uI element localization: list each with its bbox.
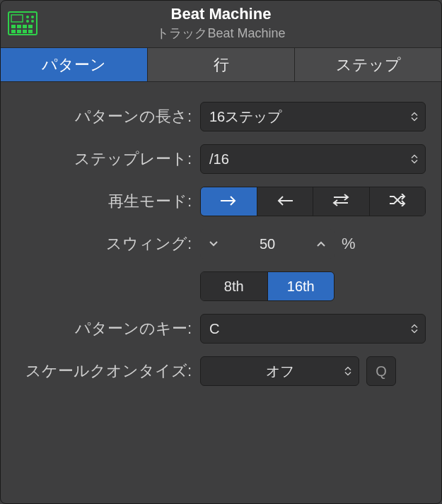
arrow-left-icon [276, 194, 294, 210]
select-scale-quantize[interactable]: オフ [200, 356, 359, 386]
play-mode-forward-button[interactable] [201, 187, 257, 216]
tab-bar: パターン 行 ステップ [1, 48, 441, 82]
row-play-mode: 再生モード: [16, 187, 426, 216]
header: Beat Machine トラックBeat Machine [1, 1, 441, 48]
tab-row[interactable]: 行 [148, 48, 295, 81]
arrow-right-icon [219, 194, 238, 210]
select-step-rate-value: /16 [209, 151, 229, 168]
play-mode-pingpong-button[interactable] [313, 187, 370, 216]
label-play-mode: 再生モード: [16, 191, 200, 212]
stepper-swing[interactable]: 50 [200, 229, 335, 259]
play-mode-reverse-button[interactable] [257, 187, 314, 216]
row-step-rate: ステップレート: /16 [16, 144, 426, 174]
label-scale-quantize: スケールクオンタイズ: [16, 361, 200, 382]
drum-machine-icon [8, 8, 37, 38]
svg-rect-6 [11, 25, 16, 28]
select-pattern-length-value: 16ステップ [209, 107, 281, 127]
row-pattern-length: パターンの長さ: 16ステップ [16, 102, 426, 131]
svg-point-3 [31, 16, 34, 18]
svg-rect-9 [28, 25, 33, 28]
svg-point-5 [31, 20, 34, 23]
swing-unit: % [342, 235, 356, 253]
svg-rect-11 [17, 30, 21, 33]
quantize-button[interactable]: Q [366, 356, 396, 386]
segmented-swing-resolution: 8th 16th [200, 271, 335, 301]
swing-8th-button[interactable]: 8th [201, 272, 268, 300]
svg-rect-7 [17, 25, 21, 28]
inspector-window: Beat Machine トラックBeat Machine パターン 行 ステッ… [0, 0, 442, 504]
updown-caret-icon [344, 367, 351, 376]
label-step-rate: ステップレート: [16, 148, 200, 170]
row-swing: スウィング: 50 % [16, 229, 426, 259]
window-title: Beat Machine [43, 5, 399, 23]
tab-pattern[interactable]: パターン [1, 48, 148, 81]
arrows-pingpong-icon [331, 194, 351, 210]
label-pattern-length: パターンの長さ: [16, 106, 200, 127]
window-subtitle: トラックBeat Machine [43, 25, 399, 42]
svg-rect-1 [11, 15, 23, 22]
label-pattern-key: パターンのキー: [16, 318, 200, 339]
svg-rect-12 [23, 30, 27, 33]
updown-caret-icon [411, 324, 418, 334]
select-step-rate[interactable]: /16 [200, 144, 426, 174]
svg-point-4 [26, 20, 29, 23]
swing-16th-button[interactable]: 16th [268, 272, 335, 300]
shuffle-icon [388, 194, 407, 210]
label-swing: スウィング: [16, 233, 200, 254]
inspector-body: パターンの長さ: 16ステップ ステップレート: /16 [1, 82, 441, 418]
chevron-down-icon[interactable] [207, 238, 220, 250]
row-swing-resolution: 8th 16th [16, 271, 426, 301]
updown-caret-icon [411, 155, 418, 164]
row-scale-quantize: スケールクオンタイズ: オフ Q [16, 356, 426, 386]
svg-rect-8 [23, 25, 27, 28]
tab-step[interactable]: ステップ [295, 48, 441, 81]
swing-value: 50 [260, 236, 275, 252]
segmented-play-mode [200, 187, 426, 216]
chevron-up-icon[interactable] [315, 238, 327, 250]
select-pattern-length[interactable]: 16ステップ [200, 102, 426, 131]
play-mode-random-button[interactable] [370, 187, 426, 216]
select-pattern-key-value: C [209, 321, 219, 337]
svg-point-2 [26, 16, 29, 18]
row-pattern-key: パターンのキー: C [16, 314, 426, 344]
select-scale-quantize-value: オフ [209, 362, 350, 381]
updown-caret-icon [411, 112, 418, 122]
select-pattern-key[interactable]: C [200, 314, 426, 344]
svg-rect-13 [28, 30, 33, 33]
svg-rect-10 [11, 30, 16, 33]
